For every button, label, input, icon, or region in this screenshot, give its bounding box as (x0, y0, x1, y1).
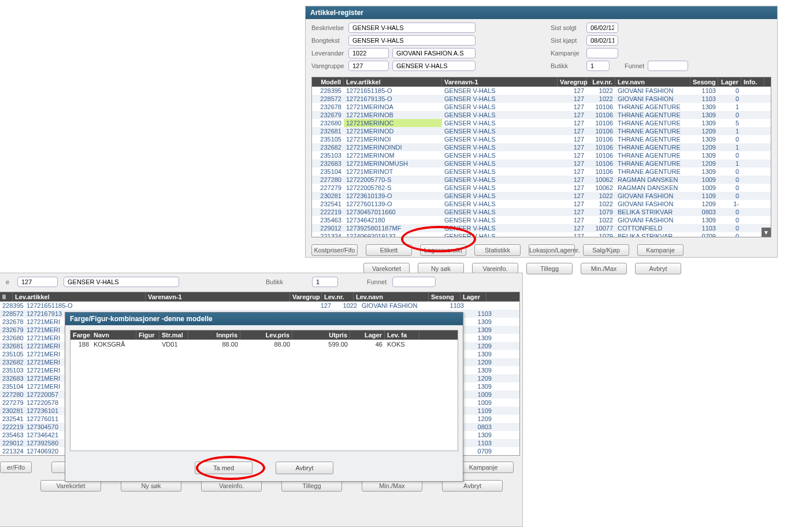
butikk-input-2[interactable] (312, 277, 338, 287)
col-header[interactable]: Utpris (292, 330, 350, 340)
table-row[interactable]: 22727912722005782-SGENSER V-HALS12710062… (312, 184, 771, 192)
table-row[interactable]: 23510312721MERINOMGENSER V-HALS12710106T… (312, 151, 771, 159)
grid-header: ModellLev.artikkelVarenavn-1VaregrupLev.… (312, 77, 771, 87)
etikett-button[interactable]: Etikett (366, 244, 412, 256)
col-header[interactable]: Sesong (429, 292, 460, 302)
avbryt-button[interactable]: Avbryt (276, 462, 333, 474)
er-fifo-button[interactable]: er/Fifo (0, 462, 32, 473)
modal-row[interactable]: 188 KOKSGRÅ VD01 88.00 88.00 599.00 46 K… (70, 340, 458, 349)
col-header[interactable]: Varegrup (558, 77, 586, 87)
table-row[interactable]: 23546312734642180GENSER V-HALS1271022GIO… (312, 216, 771, 224)
col-header[interactable]: Lev.nr. (586, 77, 615, 87)
label-varegruppe-partial: e (6, 278, 12, 285)
window-title: Artikkel-register (306, 6, 777, 19)
varegruppe-navn-input[interactable] (392, 61, 476, 71)
varegruppe-nr-input-2[interactable] (17, 277, 58, 287)
col-header[interactable]: Lev.navn (354, 292, 429, 302)
tillegg-button[interactable]: Tillegg (281, 480, 342, 492)
vareinfo--button[interactable]: Vareinfo. (201, 480, 262, 492)
label-butikk: Butikk (551, 62, 583, 69)
col-header[interactable]: Navn (91, 330, 136, 340)
table-row[interactable]: 22857212721679135-OGENSER V-HALS1271022G… (312, 95, 771, 103)
col-header[interactable]: Varenavn-1 (442, 77, 558, 87)
cell-strmal: VD01 (159, 340, 188, 349)
leverandor-navn-input[interactable] (392, 48, 476, 58)
col-header[interactable]: Lev. fa (385, 330, 419, 340)
col-header[interactable]: Sesong (690, 77, 718, 87)
table-row[interactable]: 22839512721651185-OGENSER V-HALS1271022G… (312, 87, 771, 95)
tillegg-button[interactable]: Tillegg (526, 263, 573, 274)
col-header[interactable]: Lev.artikkel (344, 77, 442, 87)
label-beskrivelse: Beskrivelse (311, 24, 345, 31)
cell-utpris: 599.00 (292, 340, 350, 349)
ny-s-k-button[interactable]: Ny søk (121, 480, 181, 492)
table-row[interactable]: 23267912721MERINOBGENSER V-HALS12710106T… (312, 111, 771, 119)
avbryt-button[interactable]: Avbryt (442, 480, 503, 492)
kostpriser-fifo-button[interactable]: Kostpriser/Fifo (311, 244, 358, 256)
label-sist-kjopt: Sist kjøpt (551, 37, 583, 44)
bongtekst-input[interactable] (348, 35, 476, 46)
table-row[interactable]: 23028112723610139-OGENSER V-HALS1271022G… (312, 192, 771, 200)
grid-body[interactable]: 22839512721651185-OGENSER V-HALS1271022G… (312, 87, 771, 237)
table-row[interactable]: 2290121273925801187MFGENSER V-HALS127100… (312, 224, 771, 232)
table-row[interactable]: 23510412721MERINOTGENSER V-HALS12710106T… (312, 168, 771, 176)
col-header[interactable]: Info. (741, 77, 764, 87)
min-max-button[interactable]: Min./Max (362, 480, 422, 492)
label-bongtekst: Bongtekst (311, 37, 345, 44)
col-header[interactable]: Lev.artikkel (13, 292, 146, 302)
leverandor-nr-input[interactable] (348, 48, 389, 58)
table-row[interactable]: 22839512721651185-O1271022GIOVANI FASHIO… (0, 302, 519, 310)
col-header[interactable]: Lev.pris (240, 330, 292, 340)
table-row[interactable]: 23510512721MERINOIGENSER V-HALS12710106T… (312, 135, 771, 143)
col-header[interactable]: Lager (460, 292, 486, 302)
table-row[interactable]: 23267812721MERINOAGENSER V-HALS12710106T… (312, 103, 771, 111)
lageroversikt-button[interactable]: Lageroversikt (420, 244, 466, 256)
varegruppe-navn-input-2[interactable] (64, 277, 179, 287)
col-header[interactable]: Lev.nr. (322, 292, 354, 302)
ta-med-button[interactable]: Ta med (195, 462, 252, 474)
col-header[interactable]: ll (0, 292, 13, 302)
lokasjon-lagernr--button[interactable]: Lokasjon/Lagernr. (529, 244, 575, 256)
cell-figur (136, 340, 159, 349)
col-header[interactable]: Modell (312, 77, 344, 87)
varekortet-button[interactable]: Varekortet (40, 480, 101, 492)
modal-title: Farge/Figur-kombinasjoner -denne modelle (65, 312, 463, 325)
min-max-button[interactable]: Min./Max (581, 263, 627, 274)
table-row[interactable]: 23268212721MERINOINDIGENSER V-HALS127101… (312, 143, 771, 151)
table-row[interactable]: 22221912730457011660GENSER V-HALS1271079… (312, 208, 771, 216)
cell-farge: 188 (70, 340, 91, 349)
table-row[interactable]: 23268012721MERINOCGENSER V-HALS12710106T… (312, 119, 771, 127)
table-row[interactable]: 23268112721MERINODGENSER V-HALS12710106T… (312, 127, 771, 135)
col-header[interactable]: Farge (70, 330, 91, 340)
avbryt-button[interactable]: Avbryt (635, 263, 681, 274)
label-varegruppe: Varegruppe (311, 62, 345, 69)
table-row[interactable]: 22728012722005770-SGENSER V-HALS12710062… (312, 176, 771, 184)
col-header[interactable]: Lev.navn (615, 77, 690, 87)
col-header[interactable]: Innpris (188, 330, 240, 340)
butikk-input[interactable] (586, 61, 610, 71)
salg-kj-p-button[interactable]: Salg/Kjøp (583, 244, 629, 256)
kampanje-input[interactable] (586, 48, 618, 58)
varegruppe-nr-input[interactable] (348, 61, 389, 71)
table-row[interactable]: 22132412740692019132GENSER V-HALS1271079… (312, 232, 771, 237)
col-header[interactable]: Varegrup (290, 292, 322, 302)
table-row[interactable]: 23268312721MERINOMUSHGENSER V-HALS127101… (312, 159, 771, 168)
funnet-input[interactable] (648, 61, 688, 71)
label-funnet: Funnet (625, 62, 644, 69)
col-header[interactable]: Lager (350, 330, 385, 340)
label-kampanje: Kampanje (551, 50, 583, 57)
sist-solgt-input[interactable] (586, 23, 618, 33)
table-row[interactable]: 23254112727601139-OGENSER V-HALS1271022G… (312, 200, 771, 208)
cell-levpris: 88.00 (240, 340, 292, 349)
form-area: Beskrivelse Bongtekst Leverandør Varegru… (306, 19, 777, 75)
funnet-input-2[interactable] (392, 277, 436, 287)
statistikk-button[interactable]: Statistikk (474, 244, 521, 256)
sist-kjopt-input[interactable] (586, 35, 618, 46)
col-header[interactable]: Varenavn-1 (146, 292, 290, 302)
col-header[interactable]: Figur (136, 330, 159, 340)
kampanje-button[interactable]: Kampanje (637, 244, 684, 256)
col-header[interactable]: Str.mal (159, 330, 188, 340)
beskrivelse-input[interactable] (348, 23, 476, 33)
col-header[interactable]: Lager (718, 77, 741, 87)
scroll-down-icon[interactable]: ▼ (762, 228, 771, 237)
